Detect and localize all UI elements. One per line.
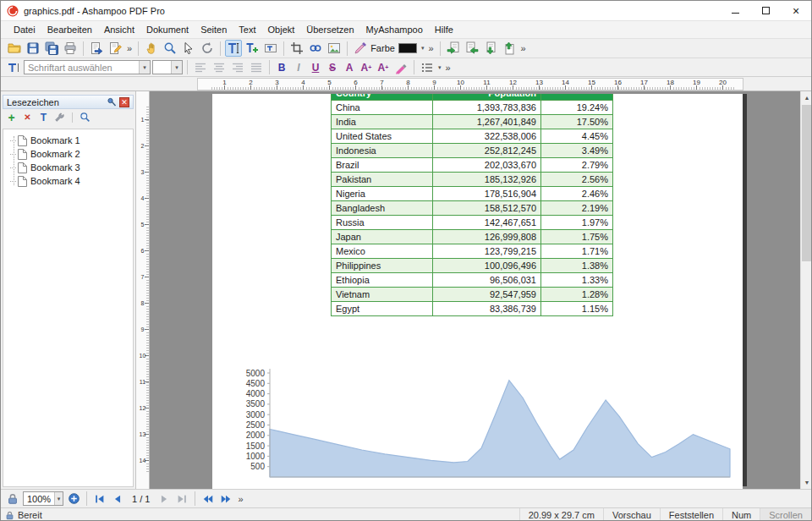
subscript-button[interactable]: A+ — [376, 60, 391, 75]
toolbar-overflow-icon[interactable]: » — [444, 63, 453, 73]
lock-icon[interactable] — [5, 491, 20, 507]
rename-bookmark-icon[interactable]: T — [37, 111, 50, 123]
ruler-mark: 14 — [136, 447, 149, 474]
underline-button[interactable]: U — [308, 60, 323, 75]
print-icon[interactable] — [62, 40, 79, 57]
color-dropdown-arrow[interactable]: ▾ — [420, 45, 425, 52]
toolbar-overflow-icon[interactable]: » — [519, 43, 528, 53]
close-panel-icon[interactable]: ✕ — [119, 97, 129, 107]
color-swatch[interactable] — [398, 43, 417, 53]
view-back-button[interactable] — [200, 491, 216, 507]
align-center-icon[interactable] — [211, 59, 228, 76]
chevron-down-icon[interactable]: ▾ — [54, 492, 63, 505]
delete-bookmark-icon[interactable]: ✕ — [21, 111, 34, 123]
insert-pages-icon[interactable] — [445, 40, 462, 57]
menu-item-bearbeiten[interactable]: Bearbeiten — [41, 25, 98, 35]
ruler-mark: 1 — [211, 79, 238, 90]
edit-text-tool-icon[interactable] — [225, 40, 242, 57]
chevron-down-icon[interactable]: ▾ — [171, 61, 182, 74]
status-ready-text: Bereit — [18, 510, 42, 520]
status-feststellen[interactable]: Feststellen — [660, 508, 722, 521]
vertical-scrollbar[interactable]: ▲ ▼ — [800, 91, 812, 489]
first-page-button[interactable] — [92, 491, 107, 507]
previous-page-button[interactable] — [110, 491, 125, 507]
font-color-button[interactable]: A — [342, 60, 357, 75]
toolbar-overflow-icon[interactable]: » — [236, 494, 244, 504]
extract-pages-icon[interactable] — [464, 40, 480, 57]
strikethrough-button[interactable]: S — [325, 60, 340, 75]
zoom-in-button[interactable] — [66, 491, 81, 507]
edit-document-icon[interactable] — [107, 40, 123, 57]
search-bookmark-icon[interactable] — [79, 111, 91, 123]
bookmark-item[interactable]: Bookmark 2 — [3, 147, 133, 161]
menu-item-seiten[interactable]: Seiten — [195, 25, 233, 35]
bookmarks-toolbar: + ✕ T — [1, 109, 135, 125]
align-justify-icon[interactable] — [248, 59, 265, 76]
bookmark-item[interactable]: Bookmark 1 — [3, 134, 133, 147]
save-icon[interactable] — [25, 40, 41, 57]
maximize-button[interactable] — [750, 1, 781, 20]
close-button[interactable]: × — [781, 1, 811, 20]
zoom-select[interactable]: 100% ▾ — [23, 491, 63, 506]
menu-item-hilfe[interactable]: Hilfe — [429, 25, 459, 35]
last-page-button[interactable] — [174, 491, 189, 507]
link-tool-icon[interactable] — [307, 40, 324, 57]
menu-item-ansicht[interactable]: Ansicht — [98, 25, 140, 35]
ruler-mark: 8 — [136, 290, 149, 316]
toolbar-overflow-icon[interactable]: » — [426, 43, 435, 53]
minimize-button[interactable] — [720, 1, 750, 20]
pin-icon[interactable] — [107, 97, 117, 107]
text-box-tool-icon[interactable] — [262, 40, 279, 57]
menu-item-bersetzen[interactable]: Übersetzen — [300, 25, 359, 35]
rotate-view-icon[interactable] — [199, 40, 216, 57]
superscript-button[interactable]: A+ — [359, 60, 374, 75]
format-painter-icon[interactable] — [352, 40, 369, 57]
wrench-icon[interactable] — [53, 111, 66, 123]
open-file-icon[interactable] — [6, 40, 23, 57]
menu-item-myashampoo[interactable]: MyAshampoo — [360, 25, 429, 35]
table-cell: 158,512,570 — [433, 201, 541, 216]
save-all-icon[interactable] — [43, 40, 60, 57]
toolbar-overflow-icon[interactable]: » — [125, 43, 134, 53]
ruler-mark: 3 — [264, 79, 290, 90]
select-tool-icon[interactable] — [180, 40, 197, 57]
hand-tool-icon[interactable] — [143, 40, 160, 57]
align-right-icon[interactable] — [229, 59, 246, 76]
status-preview-mode[interactable]: Vorschau — [603, 508, 660, 521]
ruler-mark: 11 — [136, 369, 149, 395]
export-pages-icon[interactable] — [501, 40, 518, 57]
add-text-tool-icon[interactable] — [244, 40, 261, 57]
table-cell: Brazil — [332, 158, 433, 173]
export-document-icon[interactable] — [88, 40, 105, 57]
align-left-icon[interactable] — [192, 59, 209, 76]
chevron-down-icon[interactable]: ▾ — [437, 64, 442, 71]
chart-series-area — [270, 381, 730, 477]
bookmark-item[interactable]: Bookmark 3 — [3, 161, 133, 174]
pdf-page[interactable]: CountryPopulationChina1,393,783,83619.24… — [212, 94, 743, 489]
font-select[interactable]: Schriftart auswählen ▾ — [24, 60, 151, 74]
bookmark-item[interactable]: Bookmark 4 — [3, 174, 133, 188]
table-cell: Ethiopia — [332, 273, 433, 288]
menu-item-objekt[interactable]: Objekt — [262, 25, 301, 35]
zoom-tool-icon[interactable] — [162, 40, 178, 57]
table-cell: 2.79% — [541, 158, 613, 173]
chevron-down-icon[interactable]: ▾ — [139, 61, 150, 74]
next-page-button[interactable] — [156, 491, 172, 507]
menu-item-dokument[interactable]: Dokument — [140, 25, 195, 35]
list-icon[interactable] — [419, 59, 436, 76]
image-tool-icon[interactable] — [326, 40, 343, 57]
scroll-up-icon[interactable]: ▲ — [801, 91, 812, 104]
import-pages-icon[interactable] — [482, 40, 499, 57]
scroll-down-icon[interactable]: ▼ — [801, 476, 812, 489]
crop-tool-icon[interactable] — [288, 40, 305, 57]
add-bookmark-icon[interactable]: + — [5, 111, 18, 123]
italic-button[interactable]: I — [291, 60, 306, 75]
menu-item-text[interactable]: Text — [233, 25, 261, 35]
font-size-select[interactable]: ▾ — [152, 60, 183, 74]
view-forward-button[interactable] — [218, 491, 233, 507]
scrollbar-thumb[interactable] — [802, 105, 812, 261]
menu-item-datei[interactable]: Datei — [8, 25, 41, 35]
table-header-row: CountryPopulation — [332, 94, 613, 101]
highlighter-icon[interactable] — [392, 59, 409, 76]
bold-button[interactable]: B — [274, 60, 289, 75]
